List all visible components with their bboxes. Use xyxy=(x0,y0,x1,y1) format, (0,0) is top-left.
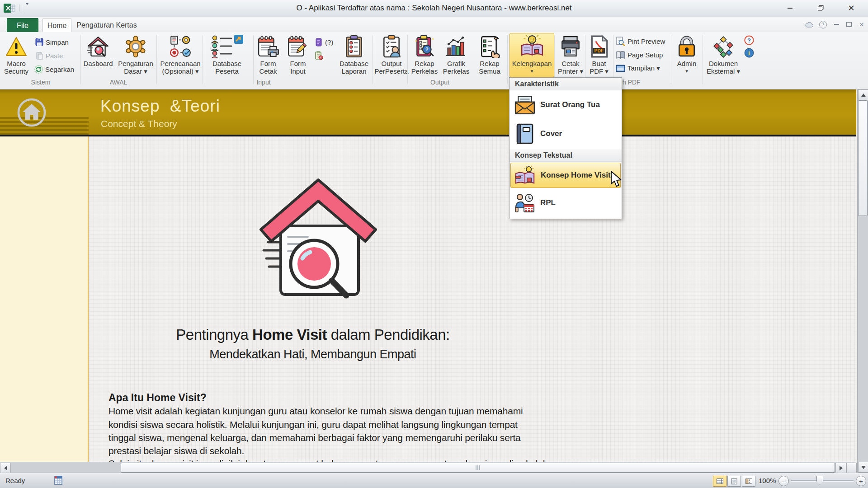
ribbon: Macro Security Simpan Paste xyxy=(0,32,868,89)
minimize-ribbon-icon[interactable] xyxy=(831,20,842,28)
page-subtitle: Concept & Theory xyxy=(101,118,177,129)
page-setup-button[interactable]: Page Setup xyxy=(616,49,663,60)
zoom-level-label: 100% xyxy=(759,477,776,484)
clipboard-clock-button[interactable] xyxy=(315,50,323,61)
macro-security-button[interactable]: Macro Security xyxy=(2,33,31,77)
pdf-file-icon: PDF xyxy=(589,33,609,60)
menu-section-karakteristik: Karakteristik xyxy=(509,78,622,90)
admin-button[interactable]: Admin ▾ xyxy=(673,33,701,77)
output-perpeserta-button[interactable]: Output PerPeserta xyxy=(374,33,409,77)
zoom-slider-thumb[interactable] xyxy=(816,476,823,485)
menu-item-cover[interactable]: Cover xyxy=(510,120,620,147)
close-window-button[interactable]: ✕ xyxy=(844,3,858,14)
kelengkapan-button[interactable]: Kelengkapan ▾ xyxy=(509,33,554,77)
horizontal-scrollbar[interactable] xyxy=(0,462,856,473)
rekap-perkelas-button[interactable]: ? Rekap Perkelas xyxy=(410,33,439,77)
qat-separator xyxy=(19,5,19,12)
group-label-input: Input xyxy=(236,79,291,86)
zoom-out-button[interactable]: – xyxy=(778,476,789,486)
tab-pengaturan-kertas[interactable]: Pengaturan Kertas xyxy=(76,18,137,32)
dokumen-eksternal-button[interactable]: Dokumen Eksternal ▾ xyxy=(704,33,742,77)
scroll-left-button[interactable] xyxy=(0,463,11,474)
left-sidebar-column xyxy=(0,136,89,462)
menu-section-konsep-tekstual: Konsep Tekstual xyxy=(509,149,622,162)
report-clipboard-icon xyxy=(343,33,365,60)
menu-item-surat-orang-tua[interactable]: Surat Orang Tua xyxy=(510,91,620,118)
house-magnifier-illustration xyxy=(255,175,382,305)
tampilan-button[interactable]: Tampilan ▾ xyxy=(616,63,660,74)
refresh-icon xyxy=(34,65,43,74)
info-button[interactable]: i xyxy=(744,47,754,58)
printer-icon xyxy=(559,33,582,60)
menu-item-rpl[interactable]: RPL xyxy=(510,190,620,216)
envelope-icon xyxy=(514,94,536,116)
macro-record-icon[interactable] xyxy=(53,475,63,487)
pengaturan-dasar-button[interactable]: Pengaturan Dasar ▾ xyxy=(114,33,157,77)
form-cetak-button[interactable]: Form Cetak xyxy=(255,33,281,77)
database-laporan-button[interactable]: Database Laporan xyxy=(335,33,373,77)
rekap-semua-button[interactable]: Rekap Semua xyxy=(474,33,505,77)
planning-cluster-icon xyxy=(169,33,192,60)
svg-text:?: ? xyxy=(425,47,429,52)
person-clipboard-icon xyxy=(381,33,402,60)
help-button[interactable]: ? xyxy=(744,35,754,46)
view-normal-button[interactable] xyxy=(713,476,726,487)
simpan-button[interactable]: Simpan xyxy=(35,37,69,47)
magnifier-clipboard-icon: ? xyxy=(413,33,436,60)
paragraph-line: prestasi belajar siswa di sekolah. xyxy=(108,446,244,456)
scroll-right-button[interactable] xyxy=(835,463,846,474)
book-bulb-small-icon xyxy=(514,164,536,186)
customize-quick-access-icon[interactable] xyxy=(25,5,31,13)
close-workbook-icon[interactable]: ✕ xyxy=(856,20,867,28)
status-bar: Ready 100% – + xyxy=(0,473,868,488)
section-title: Apa Itu Home Visit? xyxy=(108,392,207,404)
status-ready-label: Ready xyxy=(5,477,25,484)
tab-home[interactable]: Home xyxy=(42,18,71,33)
form-input-button[interactable]: Form Input xyxy=(284,33,312,77)
info-icon: i xyxy=(744,48,754,58)
page-title: Konsep &Teori xyxy=(100,97,220,116)
scroll-down-button[interactable] xyxy=(858,462,868,473)
horizontal-scroll-thumb[interactable] xyxy=(121,463,835,473)
vertical-scrollbar[interactable] xyxy=(857,89,868,473)
share-cloud-icon[interactable] xyxy=(804,20,815,28)
pint-preview-button[interactable]: Pint Preview xyxy=(616,36,665,47)
mouse-cursor-icon xyxy=(610,171,622,187)
paste-button[interactable]: Paste xyxy=(35,50,63,61)
database-peserta-button[interactable]: Database Peserta xyxy=(204,33,250,77)
menu-item-konsep-home-visit[interactable]: Konsep Home Visit xyxy=(510,163,621,188)
title-bar: O - Aplikasi Terdaftar atas nama : Sekol… xyxy=(0,0,868,17)
cetak-printer-button[interactable]: Cetak Printer ▾ xyxy=(556,33,585,77)
segarkan-button[interactable]: Segarkan xyxy=(34,64,74,75)
restore-workbook-icon[interactable] xyxy=(844,20,854,28)
dashboard-house-icon xyxy=(87,33,109,60)
notepad-pencil-icon xyxy=(287,33,309,60)
tab-file[interactable]: File xyxy=(7,18,38,33)
paragraph-line: tinggal siswa, mengenal keluarga, dan me… xyxy=(108,432,521,443)
grafik-perkelas-button[interactable]: Grafik Perkelas xyxy=(441,33,471,77)
perencanaan-opsional-button[interactable]: Perencanaan (Opsional) ▾ xyxy=(159,33,202,77)
scroll-up-button[interactable] xyxy=(858,89,868,100)
vertical-scroll-thumb[interactable] xyxy=(858,100,868,216)
people-list-icon xyxy=(211,33,243,60)
network-diagram-icon xyxy=(712,33,735,60)
gear-icon xyxy=(124,33,147,60)
home-circle-icon[interactable] xyxy=(16,97,47,128)
paragraph-line: Home visit adalah kegiatan kunjungan gur… xyxy=(108,406,523,417)
help-ribbon-icon[interactable]: ? xyxy=(817,20,828,28)
monitor-icon xyxy=(616,65,625,72)
buat-pdf-button[interactable]: PDF Buat PDF ▾ xyxy=(586,33,612,77)
purple-file-button[interactable]: (?) xyxy=(315,37,333,47)
excel-logo-icon[interactable] xyxy=(4,3,15,15)
paste-icon xyxy=(35,52,43,60)
zoom-in-button[interactable]: + xyxy=(856,476,866,486)
dasboard-button[interactable]: Dasboard xyxy=(84,33,112,77)
notepad-printer-icon xyxy=(257,33,279,60)
view-page-layout-button[interactable] xyxy=(727,476,741,487)
view-page-break-button[interactable] xyxy=(742,476,755,487)
content-subheadline: Mendekatkan Hati, Membangun Empati xyxy=(87,347,539,361)
restore-window-button[interactable] xyxy=(814,3,827,14)
clipboard-clock-icon xyxy=(315,51,323,60)
minimize-window-button[interactable] xyxy=(783,3,797,14)
scrollbar-corner xyxy=(846,463,857,474)
